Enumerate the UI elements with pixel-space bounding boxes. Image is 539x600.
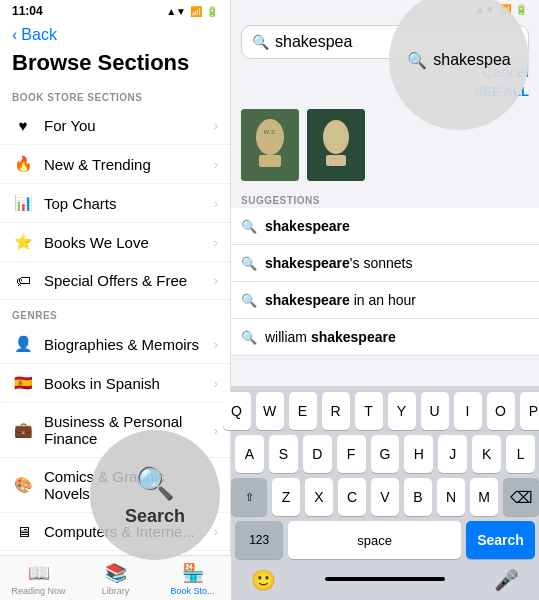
key-y[interactable]: Y [388, 392, 416, 430]
status-bar-right: ▲▼ 📶 🔋 [231, 0, 539, 19]
space-key[interactable]: space [288, 521, 461, 559]
suggestion-text-3: shakespeare in an hour [265, 292, 416, 308]
key-f[interactable]: F [337, 435, 366, 473]
menu-label-new-trending: New & Trending [44, 156, 214, 173]
suggestion-search-icon-3: 🔍 [241, 293, 257, 308]
sidebar-item-for-you[interactable]: ♥ For You › [0, 107, 230, 145]
sidebar-item-special-offers[interactable]: 🏷 Special Offers & Free › [0, 262, 230, 300]
chevron-icon-9: › [214, 478, 218, 493]
sidebar-item-books-spanish[interactable]: 🇪🇸 Books in Spanish › [0, 364, 230, 403]
sidebar-item-new-trending[interactable]: 🔥 New & Trending › [0, 145, 230, 184]
key-d[interactable]: D [303, 435, 332, 473]
status-icons-right: ▲▼ 📶 🔋 [475, 4, 527, 15]
chevron-icon-5: › [214, 273, 218, 288]
key-v[interactable]: V [371, 478, 399, 516]
see-all-button[interactable]: SEE ALL [475, 84, 529, 99]
shift-key[interactable]: ⇧ [231, 478, 267, 516]
delete-key[interactable]: ⌫ [503, 478, 539, 516]
key-p[interactable]: P [520, 392, 540, 430]
menu-label-biographies: Biographies & Memoirs [44, 336, 214, 353]
status-bar-left: 11:04 ▲▼ 📶 🔋 [0, 0, 230, 22]
library-icon: 📚 [105, 562, 127, 584]
search-bar[interactable]: 🔍 shakespea [241, 25, 529, 59]
menu-label-books-spanish: Books in Spanish [44, 375, 214, 392]
cancel-button[interactable]: Cancel [482, 63, 529, 80]
tab-book-store[interactable]: 🏪 Book Sto... [154, 556, 231, 600]
battery-icon: 🔋 [206, 6, 218, 17]
computer-icon: 🖥 [12, 523, 34, 540]
tab-bar: 📖 Reading Now 📚 Library 🏪 Book Sto... [0, 555, 231, 600]
sidebar-item-computers[interactable]: 🖥 Computers & Interne... › [0, 513, 230, 551]
key-w[interactable]: W [256, 392, 284, 430]
key-r[interactable]: R [322, 392, 350, 430]
tab-store-label: Book Sto... [170, 586, 214, 596]
tab-library[interactable]: 📚 Library [77, 556, 154, 600]
home-indicator [325, 577, 445, 581]
section-header-genres: GENRES [0, 300, 230, 325]
key-u[interactable]: U [421, 392, 449, 430]
suggestion-text-4: william shakespeare [265, 329, 396, 345]
signal-icon: ▲▼ [166, 6, 186, 17]
suggestion-item-4[interactable]: 🔍 william shakespeare [231, 319, 539, 356]
chevron-icon-10: › [214, 524, 218, 539]
svg-point-1 [256, 119, 284, 155]
key-x[interactable]: X [305, 478, 333, 516]
key-h[interactable]: H [404, 435, 433, 473]
signal-icon-right: ▲▼ [475, 4, 495, 15]
suggestion-item-1[interactable]: 🔍 shakespeare [231, 208, 539, 245]
key-m[interactable]: M [470, 478, 498, 516]
microphone-key[interactable]: 🎤 [494, 568, 519, 592]
keyboard-row-4: 123 space Search [235, 521, 535, 559]
suggestion-item-3[interactable]: 🔍 shakespeare in an hour [231, 282, 539, 319]
sidebar-item-books-we-love[interactable]: ⭐ Books We Love › [0, 223, 230, 262]
sidebar-item-business[interactable]: 💼 Business & Personal Finance › [0, 403, 230, 458]
key-o[interactable]: O [487, 392, 515, 430]
search-cancel-row: Cancel [231, 63, 539, 84]
key-a[interactable]: A [235, 435, 264, 473]
emoji-key[interactable]: 🙂 [251, 568, 276, 592]
chevron-icon-2: › [214, 157, 218, 172]
tab-reading-now[interactable]: 📖 Reading Now [0, 556, 77, 600]
tab-library-label: Library [102, 586, 130, 596]
reading-icon: 📖 [28, 562, 50, 584]
sidebar-item-top-charts[interactable]: 📊 Top Charts › [0, 184, 230, 223]
svg-rect-2 [259, 155, 281, 167]
search-input[interactable]: shakespea [275, 33, 518, 51]
page-title: Browse Sections [0, 50, 230, 82]
chevron-icon-8: › [214, 423, 218, 438]
book-thumb-2[interactable]: Shakespeare [307, 109, 365, 181]
key-c[interactable]: C [338, 478, 366, 516]
back-button[interactable]: ‹ Back [0, 22, 230, 50]
key-z[interactable]: Z [272, 478, 300, 516]
numbers-key[interactable]: 123 [235, 521, 283, 559]
menu-label-business: Business & Personal Finance [44, 413, 214, 447]
search-bar-icon: 🔍 [252, 34, 269, 50]
suggestion-item-2[interactable]: 🔍 shakespeare's sonnets [231, 245, 539, 282]
sidebar-item-comics[interactable]: 🎨 Comics & Graphic Novels › [0, 458, 230, 513]
key-n[interactable]: N [437, 478, 465, 516]
key-k[interactable]: K [472, 435, 501, 473]
key-j[interactable]: J [438, 435, 467, 473]
key-s[interactable]: S [269, 435, 298, 473]
section-header-bookstore: BOOK STORE SECTIONS [0, 82, 230, 107]
key-b[interactable]: B [404, 478, 432, 516]
book-thumb-1[interactable]: W.S. [241, 109, 299, 181]
fire-icon: 🔥 [12, 155, 34, 173]
suggestion-search-icon-2: 🔍 [241, 256, 257, 271]
menu-label-computers: Computers & Interne... [44, 523, 214, 540]
key-t[interactable]: T [355, 392, 383, 430]
chart-icon: 📊 [12, 194, 34, 212]
menu-label-special-offers: Special Offers & Free [44, 272, 214, 289]
key-q[interactable]: Q [223, 392, 251, 430]
tab-reading-label: Reading Now [11, 586, 65, 596]
key-l[interactable]: L [506, 435, 535, 473]
menu-label-comics: Comics & Graphic Novels [44, 468, 214, 502]
key-g[interactable]: G [371, 435, 400, 473]
key-e[interactable]: E [289, 392, 317, 430]
search-key[interactable]: Search [466, 521, 535, 559]
art-icon: 🎨 [12, 476, 34, 494]
heart-icon: ♥ [12, 117, 34, 134]
sidebar-item-biographies[interactable]: 👤 Biographies & Memoirs › [0, 325, 230, 364]
keyboard-bottom-bar: 🙂 🎤 [235, 564, 535, 596]
key-i[interactable]: I [454, 392, 482, 430]
